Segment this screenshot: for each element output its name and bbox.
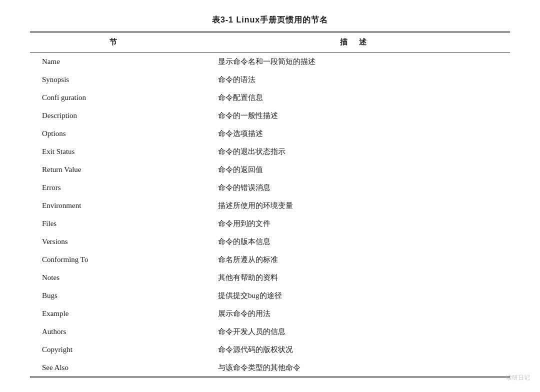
table-row: Versions命令的版本信息 [30, 232, 510, 250]
page-container: 表3-1 Linux手册页惯用的节名 节 描 述 Name显示命令名和一段简短的… [30, 15, 510, 378]
cell-description: 命令用到的文件 [198, 214, 510, 232]
header-description: 描 述 [198, 32, 510, 52]
cell-description: 其他有帮助的资料 [198, 268, 510, 286]
table-row: Return Value命令的返回值 [30, 160, 510, 178]
cell-section: Name [30, 52, 198, 71]
cell-section: Authors [30, 322, 198, 340]
watermark: 读研日记 [506, 374, 530, 382]
cell-description: 命令的一般性描述 [198, 106, 510, 124]
cell-section: Confi guration [30, 88, 198, 106]
cell-description: 命名所遵从的标准 [198, 250, 510, 268]
cell-description: 命令的版本信息 [198, 232, 510, 250]
table-row: Exit Status命令的退出状态指示 [30, 142, 510, 160]
table-body: Name显示命令名和一段简短的描述Synopsis命令的语法Confi gura… [30, 52, 510, 378]
table-row: Name显示命令名和一段简短的描述 [30, 52, 510, 71]
table-row: Notes其他有帮助的资料 [30, 268, 510, 286]
cell-section: Synopsis [30, 70, 198, 88]
table-row: Authors命令开发人员的信息 [30, 322, 510, 340]
cell-description: 命令的语法 [198, 70, 510, 88]
table-row: See Also与该命令类型的其他命令 [30, 358, 510, 377]
table-row: Conforming To命名所遵从的标准 [30, 250, 510, 268]
cell-description: 命令开发人员的信息 [198, 322, 510, 340]
cell-section: Return Value [30, 160, 198, 178]
table-row: Confi guration命令配置信息 [30, 88, 510, 106]
table-row: Options命令选项描述 [30, 124, 510, 142]
cell-section: See Also [30, 358, 198, 377]
table-title: 表3-1 Linux手册页惯用的节名 [30, 15, 510, 26]
table-row: Errors命令的错误消息 [30, 178, 510, 196]
cell-section: Files [30, 214, 198, 232]
table-row: Files命令用到的文件 [30, 214, 510, 232]
header-section: 节 [30, 32, 198, 52]
table-row: Example展示命令的用法 [30, 304, 510, 322]
cell-description: 描述所使用的环境变量 [198, 196, 510, 214]
cell-section: Exit Status [30, 142, 198, 160]
cell-description: 命令的退出状态指示 [198, 142, 510, 160]
cell-section: Conforming To [30, 250, 198, 268]
cell-section: Errors [30, 178, 198, 196]
cell-section: Copyright [30, 340, 198, 358]
cell-description: 命令的错误消息 [198, 178, 510, 196]
cell-description: 命令源代码的版权状况 [198, 340, 510, 358]
cell-description: 命令选项描述 [198, 124, 510, 142]
table-header-row: 节 描 述 [30, 32, 510, 52]
cell-description: 命令配置信息 [198, 88, 510, 106]
cell-section: Bugs [30, 286, 198, 304]
main-table: 节 描 述 Name显示命令名和一段简短的描述Synopsis命令的语法Conf… [30, 32, 510, 378]
cell-section: Example [30, 304, 198, 322]
cell-section: Description [30, 106, 198, 124]
cell-section: Versions [30, 232, 198, 250]
cell-section: Options [30, 124, 198, 142]
cell-description: 显示命令名和一段简短的描述 [198, 52, 510, 71]
table-row: Synopsis命令的语法 [30, 70, 510, 88]
table-row: Description命令的一般性描述 [30, 106, 510, 124]
table-row: Copyright命令源代码的版权状况 [30, 340, 510, 358]
cell-section: Environment [30, 196, 198, 214]
cell-description: 命令的返回值 [198, 160, 510, 178]
cell-description: 展示命令的用法 [198, 304, 510, 322]
cell-section: Notes [30, 268, 198, 286]
cell-description: 提供提交bug的途径 [198, 286, 510, 304]
cell-description: 与该命令类型的其他命令 [198, 358, 510, 377]
table-row: Environment描述所使用的环境变量 [30, 196, 510, 214]
table-row: Bugs提供提交bug的途径 [30, 286, 510, 304]
